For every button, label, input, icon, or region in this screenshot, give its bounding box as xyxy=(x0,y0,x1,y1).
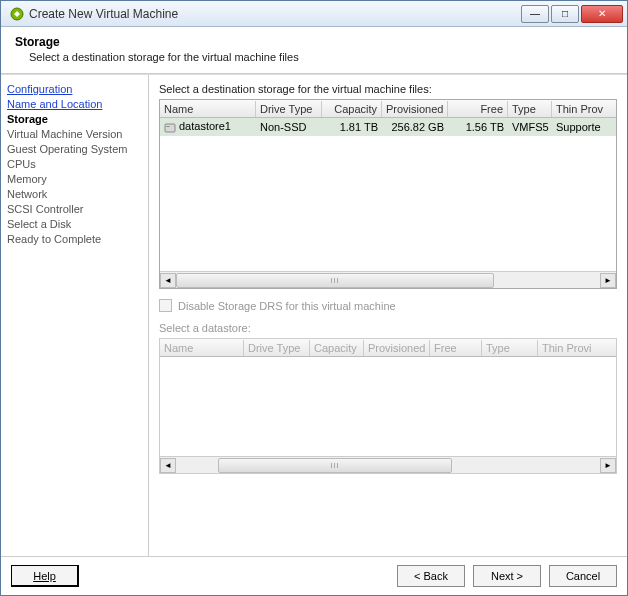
table-row[interactable]: datastore1 Non-SSD 1.81 TB 256.82 GB 1.5… xyxy=(160,118,616,136)
help-label: Help xyxy=(33,570,56,582)
sidebar-item-select-disk: Select a Disk xyxy=(7,218,142,230)
window-title: Create New Virtual Machine xyxy=(29,7,521,21)
header-panel: Storage Select a destination storage for… xyxy=(1,27,627,74)
sidebar-item-memory: Memory xyxy=(7,173,142,185)
titlebar[interactable]: Create New Virtual Machine — □ ✕ xyxy=(1,1,627,27)
table2-header-row: Name Drive Type Capacity Provisioned Fre… xyxy=(160,339,616,357)
help-button[interactable]: Help xyxy=(11,565,79,587)
col2-drive-type: Drive Type xyxy=(244,340,310,356)
scroll-track[interactable]: III xyxy=(176,273,600,288)
body: Configuration Name and Location Storage … xyxy=(1,74,627,556)
datastore-icon xyxy=(164,122,176,134)
sidebar-item-scsi: SCSI Controller xyxy=(7,203,142,215)
window-buttons: — □ ✕ xyxy=(521,5,623,23)
horizontal-scrollbar-2: ◄ III ► xyxy=(160,456,616,473)
instruction-text: Select a destination storage for the vir… xyxy=(159,83,617,95)
wizard-window: Create New Virtual Machine — □ ✕ Storage… xyxy=(0,0,628,596)
back-label: < Back xyxy=(414,570,448,582)
cancel-button[interactable]: Cancel xyxy=(549,565,617,587)
datastore-table[interactable]: Name Drive Type Capacity Provisioned Fre… xyxy=(159,99,617,289)
wizard-steps-sidebar: Configuration Name and Location Storage … xyxy=(1,75,149,556)
col-drive-type[interactable]: Drive Type xyxy=(256,101,322,117)
next-label: Next > xyxy=(491,570,523,582)
col2-provisioned: Provisioned xyxy=(364,340,430,356)
datastore-table-secondary: Name Drive Type Capacity Provisioned Fre… xyxy=(159,338,617,474)
col-thin[interactable]: Thin Prov xyxy=(552,101,616,117)
cell-name-text: datastore1 xyxy=(179,120,231,132)
sidebar-item-network: Network xyxy=(7,188,142,200)
footer: Help < Back Next > Cancel xyxy=(1,556,627,595)
col2-name: Name xyxy=(160,340,244,356)
sidebar-item-ready: Ready to Complete xyxy=(7,233,142,245)
col2-capacity: Capacity xyxy=(310,340,364,356)
col-name[interactable]: Name xyxy=(160,101,256,117)
disable-drs-checkbox xyxy=(159,299,172,312)
scroll-right-icon: ► xyxy=(600,458,616,473)
sidebar-item-storage: Storage xyxy=(7,113,142,125)
cell-free: 1.56 TB xyxy=(448,119,508,135)
sidebar-item-guest-os: Guest Operating System xyxy=(7,143,142,155)
svg-rect-2 xyxy=(167,126,170,127)
col-capacity[interactable]: Capacity xyxy=(322,101,382,117)
col2-type: Type xyxy=(482,340,538,356)
scroll-left-icon: ◄ xyxy=(160,458,176,473)
next-button[interactable]: Next > xyxy=(473,565,541,587)
scroll-left-icon[interactable]: ◄ xyxy=(160,273,176,288)
page-title: Storage xyxy=(15,35,613,49)
svg-rect-1 xyxy=(165,124,175,132)
col-provisioned[interactable]: Provisioned xyxy=(382,101,448,117)
main-panel: Select a destination storage for the vir… xyxy=(149,75,627,556)
col-free[interactable]: Free xyxy=(448,101,508,117)
cell-provisioned: 256.82 GB xyxy=(382,119,448,135)
scroll-right-icon[interactable]: ► xyxy=(600,273,616,288)
cell-type: VMFS5 xyxy=(508,119,552,135)
scroll-track: III xyxy=(176,458,600,473)
page-subtitle: Select a destination storage for the vir… xyxy=(29,51,613,63)
table-header-row: Name Drive Type Capacity Provisioned Fre… xyxy=(160,100,616,118)
cell-drive-type: Non-SSD xyxy=(256,119,322,135)
disable-drs-row: Disable Storage DRS for this virtual mac… xyxy=(159,299,617,312)
horizontal-scrollbar[interactable]: ◄ III ► xyxy=(160,271,616,288)
minimize-button[interactable]: — xyxy=(521,5,549,23)
select-datastore-label: Select a datastore: xyxy=(159,322,617,334)
col2-free: Free xyxy=(430,340,482,356)
disable-drs-label: Disable Storage DRS for this virtual mac… xyxy=(178,300,396,312)
cell-thin: Supporte xyxy=(552,119,616,135)
cancel-label: Cancel xyxy=(566,570,600,582)
sidebar-item-name-location[interactable]: Name and Location xyxy=(7,98,142,110)
cell-name: datastore1 xyxy=(160,118,256,135)
back-button[interactable]: < Back xyxy=(397,565,465,587)
scroll-thumb: III xyxy=(218,458,451,473)
maximize-button[interactable]: □ xyxy=(551,5,579,23)
sidebar-item-cpus: CPUs xyxy=(7,158,142,170)
cell-capacity: 1.81 TB xyxy=(322,119,382,135)
scroll-thumb[interactable]: III xyxy=(176,273,494,288)
app-icon xyxy=(9,6,25,22)
sidebar-item-vm-version: Virtual Machine Version xyxy=(7,128,142,140)
close-button[interactable]: ✕ xyxy=(581,5,623,23)
col2-thin: Thin Provi xyxy=(538,340,616,356)
col-type[interactable]: Type xyxy=(508,101,552,117)
sidebar-item-configuration[interactable]: Configuration xyxy=(7,83,142,95)
